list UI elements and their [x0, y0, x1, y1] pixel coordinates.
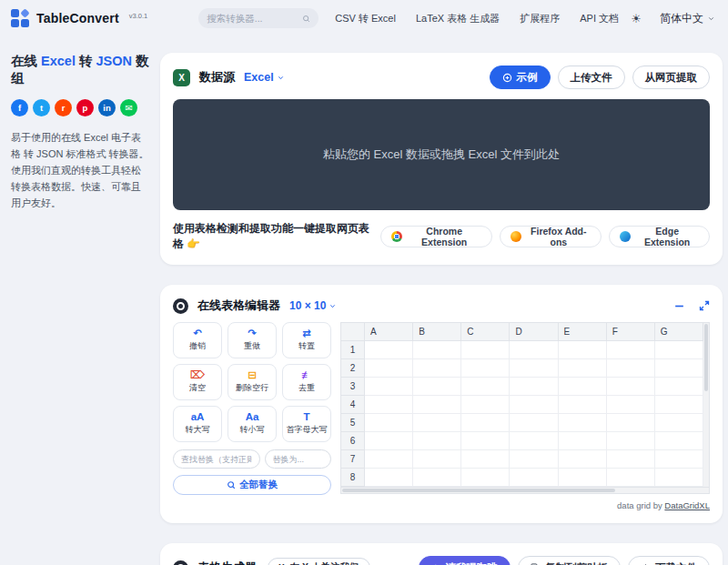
download-file-button[interactable]: 下载文件	[628, 556, 710, 565]
grid-corner-cell[interactable]	[341, 323, 365, 341]
grid-cell[interactable]	[559, 396, 607, 414]
grid-cell[interactable]	[559, 378, 607, 396]
search-input[interactable]	[207, 13, 302, 24]
grid-cell[interactable]	[413, 469, 461, 487]
grid-cell[interactable]	[655, 359, 703, 378]
grid-cell[interactable]	[559, 359, 607, 378]
grid-cell[interactable]	[413, 432, 461, 450]
row-header[interactable]: 3	[341, 378, 365, 396]
grid-cell[interactable]	[559, 432, 607, 450]
replace-all-button[interactable]: 全部替换	[173, 475, 331, 495]
grid-cell[interactable]	[655, 414, 703, 432]
grid-cell[interactable]	[607, 341, 655, 359]
firefox-addons-button[interactable]: Firefox Add-ons	[500, 226, 602, 247]
grid-cell[interactable]	[365, 414, 413, 432]
find-input[interactable]	[173, 449, 260, 469]
tool-transpose[interactable]: ⇄转置	[282, 322, 331, 358]
grid-cell[interactable]	[510, 414, 558, 432]
fullscreen-icon[interactable]	[699, 300, 710, 311]
grid-cell[interactable]	[655, 341, 703, 359]
column-header[interactable]: D	[510, 323, 558, 341]
grid-cell[interactable]	[413, 396, 461, 414]
grid-cell[interactable]	[461, 396, 510, 414]
datagridxl-link[interactable]: DataGridXL	[664, 500, 710, 510]
pinterest-icon[interactable]: p	[76, 99, 94, 116]
grid-cell[interactable]	[461, 359, 510, 378]
row-header[interactable]: 7	[341, 450, 365, 469]
grid-cell[interactable]	[461, 378, 510, 396]
collapse-icon[interactable]	[673, 300, 685, 312]
grid-cell[interactable]	[461, 469, 510, 487]
tool-uppercase[interactable]: aA转大写	[173, 406, 222, 442]
grid-cell[interactable]	[559, 414, 607, 432]
grid-cell[interactable]	[510, 341, 558, 359]
tool-redo[interactable]: ↷重做	[228, 322, 277, 358]
line-icon[interactable]: ✉	[120, 99, 137, 116]
nav-link-extensions[interactable]: 扩展程序	[520, 12, 560, 25]
row-header[interactable]: 5	[341, 414, 365, 432]
theme-toggle-sun-icon[interactable]: ☀	[631, 12, 642, 25]
grid-cell[interactable]	[365, 396, 413, 414]
edge-extension-button[interactable]: Edge Extension	[609, 226, 710, 247]
grid-cell[interactable]	[510, 378, 558, 396]
grid-vertical-scrollbar[interactable]	[703, 322, 710, 488]
source-format-dropdown[interactable]: Excel	[244, 71, 285, 84]
column-header[interactable]: A	[365, 323, 413, 341]
row-header[interactable]: 2	[341, 359, 365, 378]
grid-cell[interactable]	[461, 341, 510, 359]
grid-cell[interactable]	[510, 359, 558, 378]
grid-cell[interactable]	[365, 469, 413, 487]
grid-cell[interactable]	[607, 469, 655, 487]
grid-cell[interactable]	[655, 450, 703, 469]
converter-search[interactable]	[198, 8, 318, 28]
grid-cell[interactable]	[413, 450, 461, 469]
reddit-icon[interactable]: r	[55, 99, 72, 116]
nav-link-api-docs[interactable]: API 文档	[580, 12, 619, 25]
grid-cell[interactable]	[510, 396, 558, 414]
column-header[interactable]: B	[413, 323, 461, 341]
nav-link-latex-generator[interactable]: LaTeX 表格 生成器	[416, 12, 500, 25]
grid-cell[interactable]	[461, 432, 510, 450]
row-header[interactable]: 1	[341, 341, 365, 359]
grid-cell[interactable]	[461, 414, 510, 432]
grid-cell[interactable]	[655, 396, 703, 414]
grid-cell[interactable]	[607, 414, 655, 432]
grid-cell[interactable]	[655, 378, 703, 396]
copy-to-clipboard-button[interactable]: 复制到剪贴板	[518, 556, 621, 565]
facebook-icon[interactable]: f	[11, 99, 28, 116]
grid-horizontal-scrollbar[interactable]	[340, 488, 710, 494]
tool-deduplicate[interactable]: ≢去重	[282, 364, 331, 400]
tool-lowercase[interactable]: Aa转小写	[228, 406, 277, 442]
grid-cell[interactable]	[365, 359, 413, 378]
grid-cell[interactable]	[607, 359, 655, 378]
row-header[interactable]: 6	[341, 432, 365, 450]
nav-link-csv-to-excel[interactable]: CSV 转 Excel	[335, 12, 396, 25]
column-header[interactable]: E	[559, 323, 607, 341]
replace-input[interactable]	[265, 449, 331, 469]
grid-cell[interactable]	[413, 359, 461, 378]
grid-cell[interactable]	[365, 432, 413, 450]
tool-delete-empty-rows[interactable]: ⊟删除空行	[228, 364, 277, 400]
brand-logo[interactable]: TableConvert v3.0.1	[11, 9, 147, 27]
grid-cell[interactable]	[607, 378, 655, 396]
grid-cell[interactable]	[510, 469, 558, 487]
grid-cell[interactable]	[510, 450, 558, 469]
grid-cell[interactable]	[607, 432, 655, 450]
example-button[interactable]: 示例	[490, 66, 551, 89]
grid-cell[interactable]	[413, 378, 461, 396]
grid-cell[interactable]	[413, 414, 461, 432]
grid-cell[interactable]	[413, 341, 461, 359]
language-selector[interactable]: 简体中文	[660, 11, 715, 26]
grid-cell[interactable]	[655, 469, 703, 487]
grid-cell[interactable]	[655, 432, 703, 450]
grid-cell[interactable]	[461, 450, 510, 469]
extract-from-web-button[interactable]: 从网页提取	[632, 66, 711, 89]
grid-cell[interactable]	[559, 450, 607, 469]
grid-cell[interactable]	[365, 341, 413, 359]
linkedin-icon[interactable]: in	[98, 99, 116, 116]
chrome-extension-button[interactable]: Chrome Extension	[380, 226, 492, 247]
tool-undo[interactable]: ↶撤销	[173, 322, 222, 358]
paste-dropzone[interactable]: 粘贴您的 Excel 数据或拖拽 Excel 文件到此处	[173, 99, 710, 210]
grid-cell[interactable]	[510, 432, 558, 450]
grid-cell[interactable]	[607, 396, 655, 414]
